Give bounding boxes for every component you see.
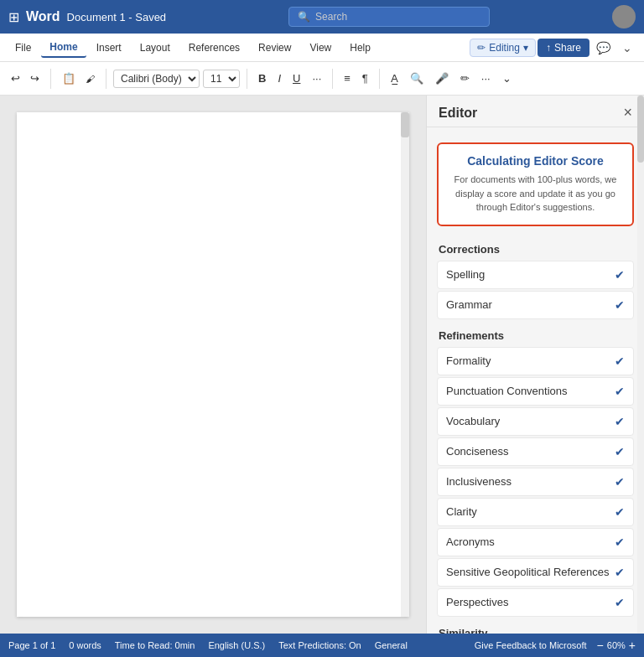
editor-panel-title: Editor xyxy=(439,106,477,121)
editor-button[interactable]: ✏ xyxy=(456,70,474,87)
acronyms-item[interactable]: Acronyms ✔ xyxy=(437,528,634,556)
grammar-label: Grammar xyxy=(446,298,492,311)
undo-button[interactable]: ↩ xyxy=(7,70,24,87)
formality-label: Formality xyxy=(446,354,491,367)
toolbar-separator-1 xyxy=(50,69,51,89)
underline-button[interactable]: U xyxy=(288,70,304,87)
clarity-item[interactable]: Clarity ✔ xyxy=(437,498,634,526)
menu-layout[interactable]: Layout xyxy=(132,39,179,57)
menu-home[interactable]: Home xyxy=(41,38,86,58)
more-options-button[interactable]: ··· xyxy=(477,70,495,87)
grammar-item[interactable]: Grammar ✔ xyxy=(437,291,634,319)
toolbar: ↩ ↪ 📋 🖌 Calibri (Body) 11 B I U ··· ≡ ¶ … xyxy=(0,62,644,96)
language: English (U.S.) xyxy=(208,640,265,650)
spelling-label: Spelling xyxy=(446,268,485,281)
main-area: Editor × Calculating Editor Score For do… xyxy=(0,96,644,634)
pencil-icon: ✏ xyxy=(477,42,486,54)
punctuation-item[interactable]: Punctuation Conventions ✔ xyxy=(437,377,634,406)
document-area xyxy=(0,96,426,634)
corrections-header: Corrections xyxy=(427,235,644,259)
doc-scrollbar[interactable] xyxy=(401,112,409,617)
find-button[interactable]: 🔍 xyxy=(406,70,428,87)
editor-panel: Editor × Calculating Editor Score For do… xyxy=(426,96,644,634)
formality-check-icon: ✔ xyxy=(615,354,625,368)
collapse-button[interactable]: ⌄ xyxy=(498,70,516,87)
zoom-out-button[interactable]: − xyxy=(597,639,604,652)
title-bar: ⊞ Word Document 1 - Saved 🔍 Search xyxy=(0,0,644,34)
bold-button[interactable]: B xyxy=(254,70,270,87)
text-predictions: Text Predictions: On xyxy=(278,640,361,650)
doc-scrollbar-thumb[interactable] xyxy=(401,112,409,137)
punctuation-check-icon: ✔ xyxy=(615,385,625,398)
format-painter-button[interactable]: 🖌 xyxy=(81,71,99,86)
conciseness-item[interactable]: Conciseness ✔ xyxy=(437,437,634,466)
editor-scrollbar[interactable] xyxy=(637,96,644,634)
share-icon: ↑ xyxy=(546,42,551,54)
conciseness-label: Conciseness xyxy=(446,445,508,458)
spelling-item[interactable]: Spelling ✔ xyxy=(437,261,634,289)
editing-button[interactable]: ✏ Editing ▾ xyxy=(470,39,536,57)
more-formatting-button[interactable]: ··· xyxy=(308,70,325,87)
refinements-header: Refinements xyxy=(427,321,644,345)
toolbar-separator-4 xyxy=(332,69,333,89)
geopolitical-label: Sensitive Geopolitical References xyxy=(446,566,609,578)
font-color-button[interactable]: A̲ xyxy=(387,70,402,87)
paragraph-button[interactable]: ¶ xyxy=(358,70,372,87)
dictate-button[interactable]: 🎤 xyxy=(431,70,453,87)
bullets-button[interactable]: ≡ xyxy=(340,70,355,87)
word-count: 0 words xyxy=(69,640,101,650)
editor-content: Calculating Editor Score For documents w… xyxy=(427,127,644,634)
read-time: Time to Read: 0min xyxy=(115,640,195,650)
editor-scrollbar-thumb[interactable] xyxy=(637,96,644,163)
menu-file[interactable]: File xyxy=(7,39,39,57)
perspectives-item[interactable]: Perspectives ✔ xyxy=(437,588,634,617)
clarity-label: Clarity xyxy=(446,505,477,518)
punctuation-label: Punctuation Conventions xyxy=(446,385,568,397)
share-button[interactable]: ↑ Share xyxy=(538,39,589,57)
word-logo: Word xyxy=(26,9,60,24)
geopolitical-check-icon: ✔ xyxy=(615,566,625,579)
menu-insert[interactable]: Insert xyxy=(88,39,130,57)
editor-close-button[interactable]: × xyxy=(623,104,632,122)
similarity-header: Similarity xyxy=(427,618,644,634)
menu-bar: File Home Insert Layout References Revie… xyxy=(0,34,644,62)
font-name-select[interactable]: Calibri (Body) xyxy=(113,70,200,88)
calculating-score-desc: For documents with 100-plus words, we di… xyxy=(450,173,621,215)
conciseness-check-icon: ✔ xyxy=(615,445,625,458)
clipboard-button[interactable]: 📋 xyxy=(58,70,80,87)
user-avatar[interactable] xyxy=(612,5,636,28)
editor-header: Editor × xyxy=(427,96,644,127)
acronyms-label: Acronyms xyxy=(446,535,495,548)
zoom-in-button[interactable]: + xyxy=(629,639,636,652)
feedback-text[interactable]: Give Feedback to Microsoft xyxy=(475,640,587,650)
vocabulary-item[interactable]: Vocabulary ✔ xyxy=(437,407,634,436)
toolbar-separator-2 xyxy=(106,69,106,89)
menu-references[interactable]: References xyxy=(180,39,248,57)
menu-review[interactable]: Review xyxy=(250,39,299,57)
page-info: Page 1 of 1 xyxy=(8,640,55,650)
chevron-down-icon: ▾ xyxy=(523,42,528,54)
zoom-level: 60% xyxy=(607,640,626,650)
formality-item[interactable]: Formality ✔ xyxy=(437,347,634,375)
italic-button[interactable]: I xyxy=(273,70,285,87)
ribbon-button[interactable]: ⌄ xyxy=(617,38,637,58)
menu-view[interactable]: View xyxy=(301,39,340,57)
search-box[interactable]: 🔍 Search xyxy=(288,7,490,27)
vocabulary-check-icon: ✔ xyxy=(615,415,625,428)
perspectives-check-icon: ✔ xyxy=(615,596,625,609)
inclusiveness-check-icon: ✔ xyxy=(615,475,625,489)
redo-button[interactable]: ↪ xyxy=(26,70,44,87)
toolbar-separator-3 xyxy=(247,69,247,89)
zoom-control: − 60% + xyxy=(597,639,636,652)
inclusiveness-item[interactable]: Inclusiveness ✔ xyxy=(437,468,634,496)
geopolitical-item[interactable]: Sensitive Geopolitical References ✔ xyxy=(437,558,634,587)
grammar-check-icon: ✔ xyxy=(615,298,625,312)
inclusiveness-label: Inclusiveness xyxy=(446,475,512,488)
acronyms-check-icon: ✔ xyxy=(615,535,625,549)
menu-help[interactable]: Help xyxy=(341,39,379,57)
font-size-select[interactable]: 11 xyxy=(203,70,240,88)
toolbar-separator-5 xyxy=(379,69,380,89)
search-icon: 🔍 xyxy=(298,11,310,23)
waffle-icon[interactable]: ⊞ xyxy=(8,9,19,25)
comment-button[interactable]: 💬 xyxy=(591,38,615,58)
